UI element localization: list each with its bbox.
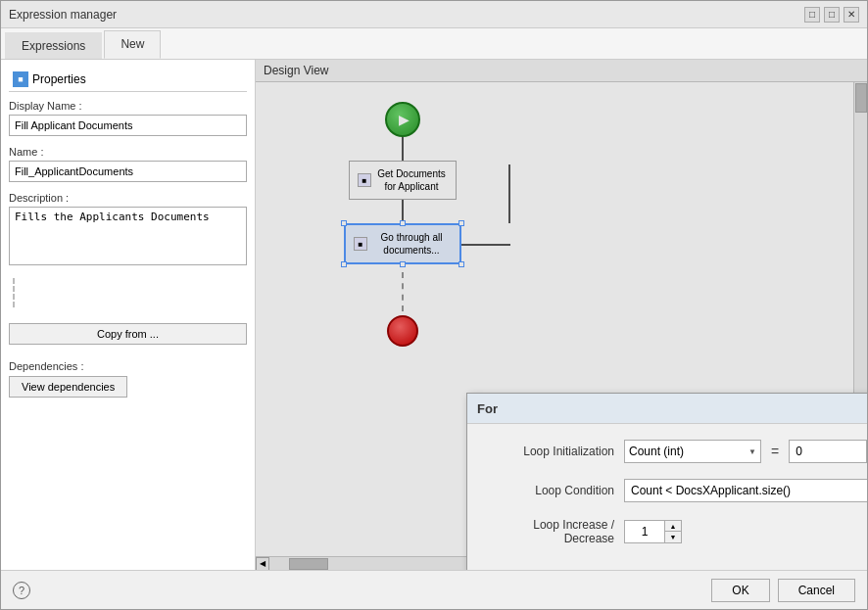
display-name-group: Display Name : (9, 100, 247, 136)
description-input[interactable]: Fills the Applicants Documents (9, 207, 247, 265)
right-panel: Design View ■ Get Documents for Applican… (256, 60, 867, 570)
window-title: Expression manager (9, 8, 117, 22)
loop-increase-row: Loop Increase / Decrease ▲ ▼ (487, 518, 867, 545)
maximize-button[interactable]: □ (824, 7, 840, 23)
panel-title: Properties (32, 72, 86, 86)
tab-expressions[interactable]: Expressions (5, 32, 102, 59)
loop-condition-row: Loop Condition Edit ... (487, 479, 867, 502)
tab-bar: Expressions New (1, 28, 867, 60)
loop-increase-label: Loop Increase / Decrease (487, 518, 614, 545)
modal-title-bar: For ✕ (467, 394, 867, 424)
properties-icon: ■ (13, 71, 28, 87)
loop-condition-input[interactable] (624, 479, 867, 502)
modal-overlay: For ✕ Loop Initialization Count (int) ▼ (256, 60, 867, 570)
name-group: Name : (9, 146, 247, 182)
description-group: Description : Fills the Applicants Docum… (9, 192, 247, 268)
name-input[interactable] (9, 161, 247, 182)
name-label: Name : (9, 146, 247, 158)
modal-body: Loop Initialization Count (int) ▼ = Loop… (467, 424, 867, 570)
bottom-left: ? (13, 582, 30, 599)
for-dialog: For ✕ Loop Initialization Count (int) ▼ (466, 393, 867, 570)
tab-new[interactable]: New (104, 30, 161, 59)
dependencies-label: Dependencies : (9, 360, 247, 372)
loop-init-label: Loop Initialization (487, 445, 614, 458)
dependencies-section: Dependencies : View dependencies (9, 360, 247, 398)
spinner-down-button[interactable]: ▼ (665, 532, 681, 542)
loop-condition-label: Loop Condition (487, 484, 614, 497)
spinner-up-button[interactable]: ▲ (665, 521, 681, 532)
loop-init-select[interactable]: Count (int) ▼ (624, 440, 761, 463)
minimize-button[interactable]: □ (804, 7, 820, 23)
display-name-label: Display Name : (9, 100, 247, 112)
loop-init-value-input[interactable] (789, 440, 867, 463)
main-content: ■ Properties Display Name : Name : Descr… (1, 60, 867, 570)
title-bar-controls: □ □ ✕ (804, 7, 859, 23)
left-panel: ■ Properties Display Name : Name : Descr… (1, 60, 256, 570)
bottom-right: OK Cancel (711, 579, 855, 602)
ok-button[interactable]: OK (711, 579, 769, 602)
help-icon[interactable]: ? (13, 582, 30, 599)
copy-from-button[interactable]: Copy from ... (9, 323, 247, 345)
bottom-bar: ? OK Cancel (1, 570, 867, 609)
panel-header: ■ Properties (9, 68, 247, 92)
main-window: Expression manager □ □ ✕ Expressions New… (0, 0, 868, 610)
view-dependencies-button[interactable]: View dependencies (9, 376, 127, 398)
cancel-button[interactable]: Cancel (778, 579, 855, 602)
loop-init-row: Loop Initialization Count (int) ▼ = (487, 440, 867, 463)
equals-sign: = (771, 444, 779, 459)
loop-init-select-value: Count (int) (629, 445, 684, 458)
display-name-input[interactable] (9, 115, 247, 136)
loop-increase-input[interactable] (625, 521, 664, 542)
select-dropdown-icon: ▼ (748, 447, 756, 456)
loop-increase-spinner: ▲ ▼ (624, 520, 682, 543)
description-label: Description : (9, 192, 247, 204)
spinner-buttons: ▲ ▼ (664, 521, 681, 542)
modal-title: For (477, 401, 498, 416)
close-button[interactable]: ✕ (844, 7, 859, 23)
title-bar: Expression manager □ □ ✕ (1, 1, 867, 28)
